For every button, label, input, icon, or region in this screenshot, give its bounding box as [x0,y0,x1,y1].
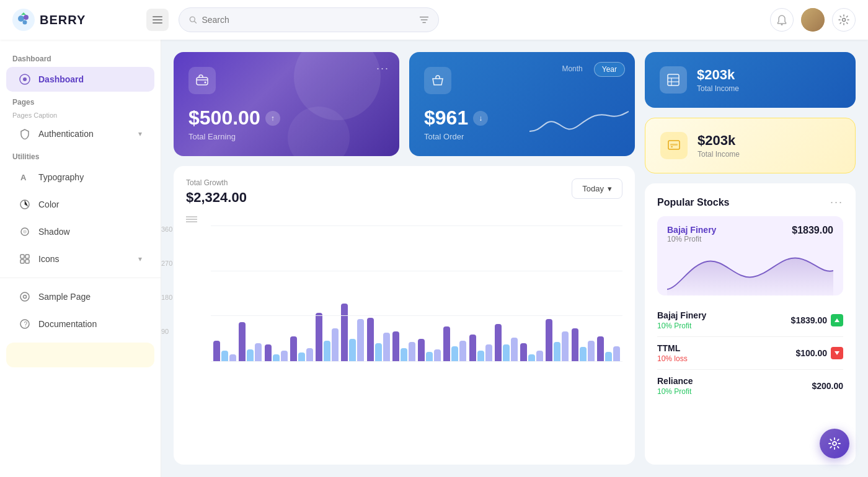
sidebar-item-icons[interactable]: Icons ▾ [6,247,154,271]
gear-icon [838,14,849,25]
typography-icon: A [19,171,31,183]
featured-stock-price: $1839.00 [792,225,833,236]
bar [409,342,415,362]
authentication-icon [19,128,31,140]
chart-menu-icon[interactable] [186,216,622,223]
svg-marker-41 [835,318,839,322]
today-chevron-icon: ▾ [608,184,612,193]
stocks-title: Popular Stocks [657,197,729,208]
bar-group [239,322,262,362]
topnav: BERRY [0,0,868,40]
card-earning-more[interactable]: ··· [376,62,389,75]
stock-bajaj-price: $1839.00 [791,314,843,326]
tab-year[interactable]: Year [594,62,625,77]
sidebar-item-shadow[interactable]: Shadow [6,219,154,244]
income-blue-info: $203k Total Income [697,67,739,93]
stock-reliance-info: Reliance 10% Profit [657,376,693,396]
bar [341,304,348,362]
sidebar-item-documentation[interactable]: ? Documentation [6,312,154,336]
bajaj-up-badge [831,314,843,326]
sidebar: Dashboard Dashboard Pages Pages Caption … [0,40,161,477]
avatar[interactable] [801,8,825,32]
bar [239,322,246,362]
bar [349,339,356,362]
sidebar-item-dashboard[interactable]: Dashboard [6,67,154,92]
income-yellow-info: $203k Total Income [698,133,740,159]
bar-group [546,319,569,362]
menu-button[interactable] [146,9,169,31]
bar-group [572,328,595,362]
svg-line-9 [194,21,196,23]
sidebar-item-sample-page[interactable]: Sample Page [6,284,154,309]
fab-gear-icon [828,437,841,450]
stock-reliance-name: Reliance [657,376,693,386]
color-icon [19,198,31,211]
bar-group [265,344,288,362]
svg-rect-34 [668,74,679,85]
bar [572,328,578,362]
sidebar-section-utilities: Utilities [0,147,161,164]
stocks-more-button[interactable]: ··· [830,196,843,209]
svg-point-30 [205,82,206,84]
stock-ttml-info: TTML 10% loss [657,343,688,363]
bar [357,319,364,362]
bar-group [469,335,492,362]
filter-icon[interactable] [420,16,428,24]
documentation-icon: ? [19,318,31,330]
svg-point-2 [24,15,29,20]
bar [528,354,535,362]
bar [511,338,518,362]
settings-button[interactable] [832,8,856,32]
bar-group [341,304,364,362]
featured-stock-header: Bajaj Finery 10% Profit $1839.00 [667,225,833,243]
bar [469,335,476,362]
bar [332,328,339,362]
bar-chart-container [211,225,622,362]
bar [546,319,552,362]
svg-rect-24 [25,260,29,263]
svg-point-14 [843,19,846,22]
bar [443,326,450,362]
bar-group [597,336,620,362]
bell-icon [776,14,787,25]
bar [503,344,510,362]
sidebar-item-typography[interactable]: A Typography [6,165,154,190]
bar [229,354,236,362]
income-blue-icon-box [660,66,687,94]
featured-stock-chart [667,246,833,295]
sidebar-item-color[interactable]: Color [6,192,154,217]
stocks-panel: Popular Stocks ··· Bajaj Finery 10% Prof… [645,183,856,465]
svg-text:A: A [20,173,27,182]
fab-settings-button[interactable] [820,429,849,458]
bar [520,343,527,362]
chart-header: Total Growth $2,324.00 Today ▾ [186,178,622,206]
svg-point-1 [18,15,24,22]
wallet-icon [195,74,209,87]
bar [485,344,492,362]
bar [477,351,484,362]
dashboard-icon [19,73,31,85]
stock-reliance-price: $200.00 [812,381,843,391]
bar-group [316,313,339,362]
bar [290,336,297,362]
bar-chart [211,225,622,362]
bar [213,341,220,362]
search-input[interactable] [202,15,414,25]
notification-button[interactable] [770,8,794,32]
stock-item-reliance: Reliance 10% Profit $200.00 [657,370,843,402]
bar [298,352,305,362]
bar [383,333,390,362]
left-content: ··· $500.00 ↑ Total Earning [174,52,635,465]
search-icon [189,15,197,24]
chart-title-area: Total Growth $2,324.00 [186,178,247,206]
bar [562,331,569,362]
tab-month[interactable]: Month [554,62,590,77]
stock-item-bajaj: Bajaj Finery 10% Profit $1839.00 [657,304,843,337]
pos-icon [666,138,681,153]
svg-rect-23 [20,260,24,263]
stock-ttml-change: 10% loss [657,354,688,363]
today-button[interactable]: Today ▾ [572,178,622,199]
search-bar [179,7,439,32]
sidebar-item-authentication[interactable]: Authentication ▾ [6,121,154,146]
svg-marker-42 [835,351,839,355]
